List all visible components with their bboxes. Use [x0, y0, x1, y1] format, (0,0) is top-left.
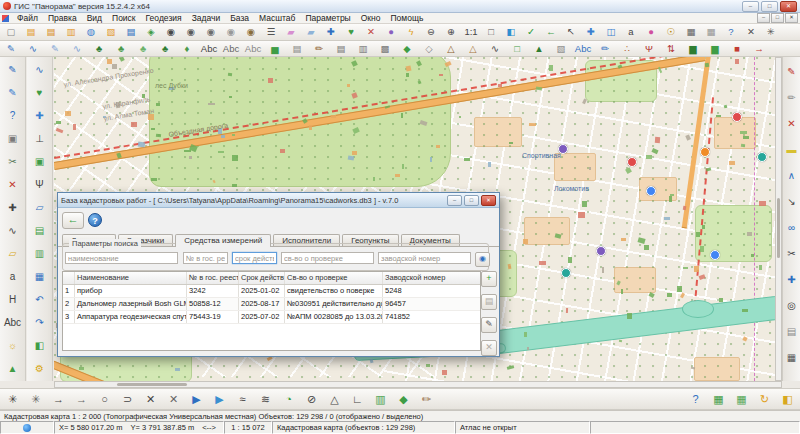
menu-item[interactable]: Параметры — [300, 13, 355, 23]
open-db-icon[interactable]: ▥ — [62, 25, 80, 40]
hedge-icon[interactable]: ♣ — [156, 41, 174, 56]
r-chain-icon[interactable]: ∞ — [783, 215, 800, 241]
save-heart-icon[interactable]: ♥ — [29, 81, 51, 104]
hatch-h-icon[interactable]: ▤ — [332, 41, 350, 56]
q-help-icon[interactable]: ? — [686, 390, 705, 408]
mdi-close-button[interactable]: ✕ — [785, 13, 798, 23]
dialog-close-button[interactable]: ✕ — [481, 195, 496, 206]
zoom-in-icon[interactable]: ⊕ — [442, 25, 460, 40]
n-del-node-icon[interactable]: ✕ — [141, 390, 160, 408]
pencil-help-icon[interactable]: ✎ — [46, 41, 64, 56]
n-arrow1-icon[interactable]: → — [49, 390, 68, 408]
net-triangles-icon[interactable]: ▲ — [2, 357, 24, 380]
fit-extent-icon[interactable]: □ — [482, 25, 500, 40]
garden-icon[interactable]: ♦ — [178, 41, 196, 56]
r-nodes-move-icon[interactable]: ✚ — [783, 267, 800, 293]
edit-modify-icon[interactable]: ✎ — [2, 81, 24, 104]
open-recent-icon[interactable]: ▧ — [102, 25, 120, 40]
r-circle-a-icon[interactable]: ◎ — [783, 293, 800, 319]
dialog-maximize-button[interactable]: □ — [464, 195, 479, 206]
n-move1-icon[interactable]: ▶ — [187, 390, 206, 408]
label-abc-icon[interactable]: Abc — [2, 311, 24, 334]
n-area-icon[interactable]: ▥ — [371, 390, 390, 408]
pencil-spline-icon[interactable]: ∿ — [24, 41, 42, 56]
q-rotate-icon[interactable]: ↻ — [755, 390, 774, 408]
n-triangle-icon[interactable]: △ — [325, 390, 344, 408]
n-corner-icon[interactable]: ∟ — [348, 390, 367, 408]
pencil-line-icon[interactable]: ✎ — [2, 41, 20, 56]
table-row[interactable]: 1 прибор 3242 2025-01-02 свидетельство о… — [63, 285, 480, 298]
r-band-icon[interactable]: ▬ — [783, 137, 800, 163]
n-brush-icon[interactable]: ✏ — [417, 390, 436, 408]
horizontal-scroll-thumb[interactable] — [117, 383, 187, 386]
statusbar-scale-cell[interactable]: 1 : 15 072 — [224, 421, 272, 434]
r-cursor-line-icon[interactable]: ↘ — [783, 189, 800, 215]
open-map-icon[interactable]: ▤ — [22, 25, 40, 40]
attributes-icon[interactable]: a — [622, 25, 640, 40]
palette-icon[interactable]: ● — [642, 25, 660, 40]
search-icon[interactable]: ◉ — [162, 25, 180, 40]
print-setup-icon[interactable]: ▦ — [702, 25, 720, 40]
n-circle-cut-icon[interactable]: ◔ — [279, 390, 298, 408]
search-serial-input[interactable] — [378, 252, 471, 264]
aframe2-icon[interactable]: △ — [464, 41, 482, 56]
trees-icon[interactable]: ♣ — [112, 41, 130, 56]
label-abc2-icon[interactable]: Abc — [222, 41, 240, 56]
q-ems2-icon[interactable]: ▦ — [732, 390, 751, 408]
n-star-icon[interactable]: ✳ — [26, 390, 45, 408]
undo-icon[interactable]: ↶ — [29, 288, 51, 311]
label-abc4-icon[interactable]: Abc — [574, 41, 592, 56]
measure-blue-icon[interactable]: ▱ — [29, 196, 51, 219]
map-vertical-scrollbar[interactable] — [775, 57, 782, 381]
map-layers-icon[interactable]: ▤ — [122, 25, 140, 40]
node-edit-icon[interactable]: ✕ — [742, 25, 760, 40]
delete-record-button[interactable]: ✕ — [481, 340, 497, 356]
search-area-icon[interactable]: ◉ — [182, 25, 200, 40]
vertical-scroll-thumb[interactable] — [777, 198, 780, 258]
image-export-icon[interactable]: ◧ — [29, 334, 51, 357]
sheet-icon[interactable]: ▤ — [288, 41, 306, 56]
pen2-icon[interactable]: ✏ — [596, 41, 614, 56]
card-green-icon[interactable]: ▤ — [29, 219, 51, 242]
r-topology-icon[interactable]: ✕ — [783, 111, 800, 137]
n-slash-icon[interactable]: ⊘ — [302, 390, 321, 408]
key-find-icon[interactable]: ☉ — [662, 25, 680, 40]
n-zigzag1-icon[interactable]: ≈ — [233, 390, 252, 408]
minimize-button[interactable]: – — [742, 1, 759, 12]
legend-icon[interactable]: ◈ — [142, 25, 160, 40]
table-calc-icon[interactable]: ▦ — [29, 265, 51, 288]
settings-gear-icon[interactable]: ⚙ — [29, 357, 51, 380]
db-green1-icon[interactable]: ▆ — [684, 41, 702, 56]
dialog-tab[interactable]: Средства измерений — [175, 234, 271, 247]
q-ems1-icon[interactable]: ▦ — [709, 390, 728, 408]
label-abc3-icon[interactable]: Abc — [244, 41, 262, 56]
line-smooth-icon[interactable]: ∿ — [2, 219, 24, 242]
open-geoportal-icon[interactable]: ◍ — [82, 25, 100, 40]
spruce-icon[interactable]: ▲ — [530, 41, 548, 56]
select-save-icon[interactable]: ♥ — [342, 25, 360, 40]
delete-object-icon[interactable]: ✕ — [2, 173, 24, 196]
cut-map-icon[interactable]: ✂ — [2, 150, 24, 173]
open-folder-icon[interactable]: ▤ — [42, 25, 60, 40]
chart-icon[interactable]: ▅ — [266, 41, 284, 56]
maximize-button[interactable]: □ — [761, 1, 778, 12]
header-h-icon[interactable]: H — [2, 288, 24, 311]
menu-item[interactable]: Файл — [12, 13, 43, 23]
fill-diamond-icon[interactable]: ◆ — [398, 41, 416, 56]
shrub-icon[interactable]: ♣ — [134, 41, 152, 56]
ruler-icon[interactable]: ▱ — [2, 242, 24, 265]
edit-spline-icon[interactable]: ∿ — [29, 58, 51, 81]
apply-icon[interactable]: ✓ — [522, 25, 540, 40]
table-row[interactable]: 2 Дальномер лазерный Bosh GLM50 Professi… — [63, 298, 480, 311]
search-certificate-input[interactable] — [281, 252, 374, 264]
forest-icon[interactable]: ♣ — [90, 41, 108, 56]
search-next-icon[interactable]: ◉ — [222, 25, 240, 40]
n-arrow2-icon[interactable]: → — [72, 390, 91, 408]
view-frame-icon[interactable]: ◧ — [502, 25, 520, 40]
table-row[interactable]: 3 Аппаратура геодезическая спутниковая P… — [63, 311, 480, 324]
mdi-restore-button[interactable]: □ — [771, 13, 784, 23]
menu-item[interactable]: Окно — [356, 13, 386, 23]
aframe1-icon[interactable]: △ — [442, 41, 460, 56]
t-junction-icon[interactable]: ⊥ — [29, 127, 51, 150]
hatch-v-icon[interactable]: ▥ — [354, 41, 372, 56]
